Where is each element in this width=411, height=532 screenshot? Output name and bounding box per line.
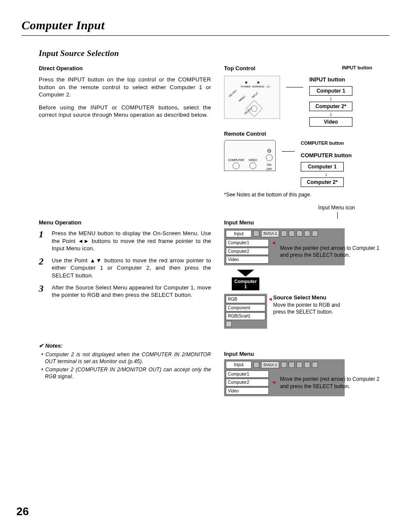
notes-block: Notes: Computer 2 is not displayed when …: [39, 342, 211, 380]
menu-icon: [312, 362, 318, 368]
input-menu-caption-1: Move the pointer (red arrow) to Computer…: [280, 245, 389, 258]
menu-bar-title: Input: [226, 361, 252, 369]
page-number: 26: [16, 504, 29, 519]
menu-icon: [289, 230, 295, 236]
menu-item-computer1: Computer1: [226, 239, 269, 247]
menu-bar-title: Input: [226, 230, 252, 238]
menu-operation-heading: Menu Operation: [39, 219, 211, 227]
seq-computer2: Computer 2*: [301, 177, 344, 187]
remote-control-label: Remote Control: [224, 130, 389, 138]
see-notes-footnote: *See Notes at the bottom of this page.: [224, 191, 389, 198]
menu-icon: [312, 230, 318, 236]
direct-operation-p1: Press the INPUT button on the top contro…: [39, 76, 211, 99]
source-item-component: Component: [226, 304, 265, 312]
step-text: Use the Point ▲▼ buttons to move the red…: [52, 257, 211, 280]
menu-icon: [304, 230, 310, 236]
note-item: Computer 2 is not displayed when the COM…: [45, 351, 211, 365]
top-control-label: Top Control: [224, 65, 255, 72]
menu-item-video: Video: [226, 256, 269, 264]
arrow-down-icon: ↓: [309, 112, 352, 116]
menu-item-computer2: Computer2: [226, 248, 269, 255]
left-column: Direct Operation Press the INPUT button …: [39, 65, 211, 389]
svg-marker-0: [246, 100, 262, 117]
menu-icon: [281, 230, 287, 236]
step-text: After the Source Select Menu appeared fo…: [52, 284, 211, 299]
seq-computer2: Computer 2*: [309, 102, 352, 111]
svg-point-1: [251, 106, 257, 112]
menu-icon: [253, 362, 259, 368]
source-select-menu-label: Source Select Menu: [273, 294, 346, 302]
menu-item-computer1: Computer1: [226, 370, 269, 378]
step-3: 3 After the Source Select Menu appeared …: [39, 284, 211, 299]
triangle-down-icon: [237, 270, 254, 277]
step-number: 2: [39, 257, 46, 280]
menu-bar-tag: SVGA 1: [261, 230, 279, 237]
page-title: Computer Input: [22, 17, 389, 34]
input-menu-caption-2: Move the pointer (red arrow) to Computer…: [280, 376, 389, 389]
computer-button-heading: COMPUTER button: [301, 152, 352, 159]
input-button-heading: INPUT button: [309, 76, 352, 84]
menu-icon: [289, 362, 295, 368]
title-rule: [22, 35, 389, 36]
computer-button-caption: COMPUTER button: [301, 140, 352, 146]
menu-icon: [296, 362, 302, 368]
seq-computer1: Computer 1: [301, 162, 344, 171]
menu-icon: [296, 230, 302, 236]
source-item-rgbscart: RGB(Scart): [226, 312, 265, 320]
source-select-menu-screenshot: RGB Component RGB(Scart): [224, 294, 267, 329]
step-number: 3: [39, 284, 46, 299]
source-item-rgb: RGB: [226, 296, 265, 303]
seq-video: Video: [309, 117, 352, 127]
step-1: 1 Press the MENU button to display the O…: [39, 230, 211, 252]
step-text: Press the MENU button to display the On-…: [52, 230, 211, 252]
direct-operation-heading: Direct Operation: [39, 65, 211, 72]
menu-icon: [304, 362, 310, 368]
input-menu-label: Input Menu: [224, 219, 389, 227]
menu-item-computer2: Computer2: [226, 379, 269, 386]
menu-bar-tag: SVGA 1: [261, 361, 279, 368]
notes-heading: Notes:: [39, 342, 211, 350]
step-2: 2 Use the Point ▲▼ buttons to move the r…: [39, 257, 211, 280]
direct-operation-p2: Before using the INPUT or COMPUTER butto…: [39, 104, 211, 119]
note-item: Computer 2 (COMPUTER IN 2/MONITOR OUT) c…: [45, 366, 211, 380]
remote-control-diagram: COMPUTER VIDEO ⏻ ON-OFF: [224, 140, 276, 171]
menu-item-video: Video: [226, 387, 269, 395]
input-menu-label-2: Input Menu: [224, 350, 389, 358]
seq-computer1: Computer 1: [309, 86, 352, 96]
arrow-down-icon: ↓: [301, 172, 352, 177]
computer1-black-box: Computer 1: [232, 277, 259, 290]
input-button-caption: INPUT button: [342, 65, 372, 71]
return-icon: [226, 321, 232, 327]
input-menu-icon-caption: Input Menu icon: [224, 204, 355, 211]
top-control-diagram: POWER WARNING LA ON-OFF MENU INPUT SELEC…: [224, 76, 280, 119]
arrow-down-icon: ↓: [309, 96, 352, 101]
menu-icon: [281, 362, 287, 368]
menu-icon: [253, 230, 259, 236]
step-number: 1: [39, 230, 46, 252]
source-select-caption: Move the pointer to RGB and press the SE…: [273, 302, 346, 315]
right-column: Top Control INPUT button POWER WARNING L…: [224, 65, 389, 389]
section-title: Input Source Selection: [39, 48, 389, 59]
